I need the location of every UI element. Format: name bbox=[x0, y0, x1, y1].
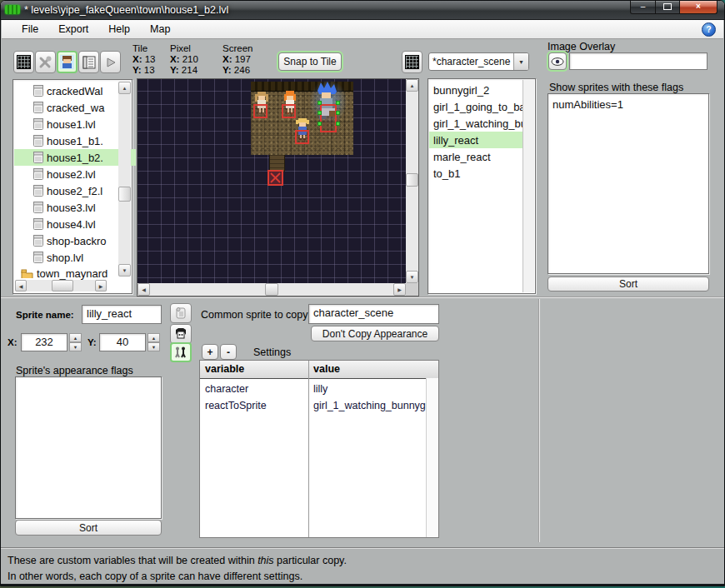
exit-marker[interactable] bbox=[268, 170, 283, 186]
walking-figures-icon bbox=[173, 346, 188, 359]
menu-export[interactable]: Export bbox=[48, 21, 98, 37]
properties-tool-button[interactable] bbox=[78, 51, 99, 73]
handle[interactable] bbox=[336, 122, 340, 126]
scroll-thumb[interactable] bbox=[118, 187, 131, 202]
settings-table-header: variable value bbox=[200, 361, 438, 379]
appearance-sort-button[interactable]: Sort bbox=[15, 520, 162, 536]
x-input[interactable]: 232 bbox=[21, 333, 68, 351]
scroll-thumb[interactable] bbox=[265, 283, 278, 296]
face-icon bbox=[174, 327, 188, 341]
scroll-icon bbox=[174, 306, 188, 320]
sprite-row-selected[interactable]: lilly_react bbox=[429, 132, 526, 148]
handle[interactable] bbox=[336, 111, 340, 115]
sprite-selection-box[interactable] bbox=[282, 104, 296, 118]
flags-sort-button[interactable]: Sort bbox=[548, 277, 709, 292]
sprite-name-label: Sprite name: bbox=[16, 310, 74, 320]
crossed-tools-icon bbox=[38, 55, 52, 69]
appearance-button[interactable] bbox=[170, 324, 192, 344]
scroll-left-button[interactable]: ◀ bbox=[138, 283, 150, 296]
help-icon[interactable]: ? bbox=[702, 22, 716, 37]
file-list-hscrollbar[interactable]: ◀ ▶ bbox=[15, 280, 107, 292]
folder-row[interactable]: town_maynard bbox=[14, 265, 123, 282]
stairs-tile bbox=[269, 155, 285, 172]
sprite-tool-button[interactable] bbox=[57, 51, 78, 73]
settings-table: variable value character lilly reactToSp… bbox=[199, 360, 439, 538]
grid-icon bbox=[405, 55, 419, 69]
script-button[interactable] bbox=[170, 303, 192, 323]
handle[interactable] bbox=[318, 101, 322, 105]
maximize-button[interactable] bbox=[656, 1, 679, 14]
handle[interactable] bbox=[336, 101, 340, 105]
y-label: Y: bbox=[88, 337, 97, 347]
settings-table-scroll-track[interactable] bbox=[426, 378, 438, 537]
remove-setting-button[interactable]: - bbox=[220, 344, 237, 360]
file-icon bbox=[33, 152, 43, 163]
spin-down-icon[interactable]: ▼ bbox=[148, 342, 160, 351]
title-bar: * levels\yipe_fakeQueen\town\house1_b2.l… bbox=[1, 1, 724, 20]
table-row[interactable]: character lilly bbox=[200, 379, 438, 396]
map-hscrollbar[interactable]: ◀ ▶ bbox=[138, 283, 406, 296]
menu-help[interactable]: Help bbox=[98, 21, 140, 37]
chevron-down-icon[interactable]: ▼ bbox=[513, 53, 528, 70]
close-button[interactable]: × bbox=[679, 1, 718, 14]
handle[interactable] bbox=[318, 111, 322, 115]
common-sprite-input[interactable]: character_scene bbox=[308, 304, 439, 324]
list-icon bbox=[82, 56, 96, 69]
spin-up-icon[interactable]: ▲ bbox=[69, 333, 82, 342]
table-row[interactable]: reactToSprite girl_1_watching_bunnygi bbox=[200, 396, 438, 412]
dont-copy-appearance-button[interactable]: Don't Copy Appearance bbox=[311, 326, 439, 341]
sprite-selection-box[interactable] bbox=[295, 130, 309, 144]
menu-file[interactable]: File bbox=[12, 21, 48, 37]
grid-tool-button[interactable] bbox=[13, 51, 34, 73]
character-icon bbox=[60, 55, 74, 69]
scroll-down-button[interactable]: ▼ bbox=[118, 264, 131, 277]
spin-up-icon[interactable]: ▲ bbox=[148, 333, 160, 342]
scene-dropdown[interactable]: *character_scene ( ▼ bbox=[428, 52, 529, 71]
pixel-coords: Pixel X: 210 Y: 214 bbox=[170, 43, 198, 76]
x-stepper: 232 ▲ ▼ bbox=[21, 333, 82, 351]
scroll-up-button[interactable]: ▲ bbox=[118, 82, 131, 94]
spin-down-icon[interactable]: ▼ bbox=[69, 342, 82, 351]
menu-map[interactable]: Map bbox=[140, 21, 180, 37]
sprite-row[interactable]: to_b1 bbox=[429, 165, 526, 182]
tiles-tool-button[interactable] bbox=[35, 51, 56, 73]
grid-toggle-button[interactable] bbox=[402, 51, 422, 73]
sprite-row[interactable]: marle_react bbox=[429, 148, 526, 165]
minimize-button[interactable]: – bbox=[630, 1, 656, 14]
y-input[interactable]: 40 bbox=[99, 333, 146, 351]
add-setting-button[interactable]: + bbox=[202, 344, 218, 360]
scroll-right-button[interactable]: ▶ bbox=[393, 283, 406, 296]
play-tool-button[interactable] bbox=[100, 51, 121, 73]
appearance-flags-list[interactable] bbox=[15, 376, 162, 519]
sprite-row[interactable]: bunnygirl_2 bbox=[429, 82, 526, 98]
scroll-right-button[interactable]: ▶ bbox=[95, 280, 107, 292]
scroll-up-button[interactable]: ▲ bbox=[406, 79, 418, 92]
file-icon bbox=[33, 218, 43, 230]
file-list-vscrollbar[interactable]: ▲ ▼ bbox=[118, 82, 131, 277]
movement-button[interactable] bbox=[170, 342, 192, 362]
flag-row[interactable]: numAbilities=1 bbox=[549, 96, 708, 112]
status-line-2: In other words, each copy of a sprite ca… bbox=[8, 571, 302, 582]
scroll-thumb[interactable] bbox=[406, 173, 418, 187]
scroll-down-button[interactable]: ▼ bbox=[406, 271, 418, 283]
selection-handles bbox=[318, 101, 340, 126]
map-canvas[interactable] bbox=[138, 79, 406, 283]
sprite-row[interactable]: girl_1_watching_bu bbox=[429, 115, 526, 132]
snap-to-tile-button[interactable]: Snap to Tile bbox=[278, 52, 342, 71]
sprite-name-input[interactable]: lilly_react bbox=[82, 305, 162, 324]
sprite-row[interactable]: girl_1_going_to_ba bbox=[429, 98, 526, 115]
scroll-left-button[interactable]: ◀ bbox=[15, 280, 27, 292]
map-vscrollbar[interactable]: ▲ ▼ bbox=[406, 79, 418, 283]
app-window: * levels\yipe_fakeQueen\town\house1_b2.l… bbox=[0, 0, 725, 586]
x-label: X: bbox=[8, 337, 18, 347]
tile-coords: Tile X: 13 Y: 13 bbox=[132, 43, 156, 76]
file-icon bbox=[33, 252, 43, 263]
overlay-visibility-button[interactable] bbox=[548, 52, 567, 70]
sprite-selection-box[interactable] bbox=[253, 104, 268, 118]
handle[interactable] bbox=[318, 122, 322, 126]
image-overlay-input[interactable] bbox=[569, 52, 708, 70]
scroll-thumb[interactable] bbox=[52, 280, 73, 292]
sprite-list-scroll-track[interactable] bbox=[522, 80, 534, 292]
sprite-list: bunnygirl_2 girl_1_going_to_ba girl_1_wa… bbox=[428, 78, 536, 294]
play-icon bbox=[105, 57, 117, 68]
